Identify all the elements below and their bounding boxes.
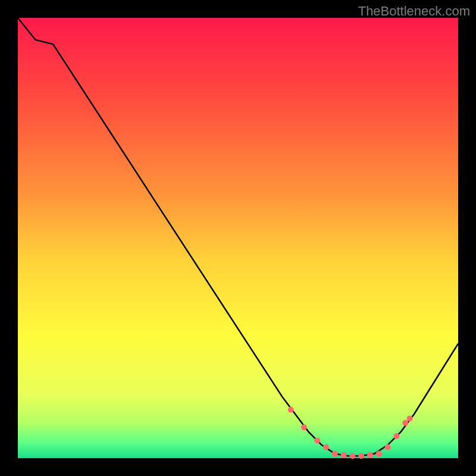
marker-point (301, 424, 307, 430)
marker-point (323, 444, 329, 450)
marker-point (358, 453, 364, 459)
marker-point (402, 420, 408, 426)
bottleneck-chart (0, 0, 476, 476)
marker-point (385, 444, 391, 450)
marker-point (349, 453, 355, 459)
marker-point (288, 407, 294, 413)
watermark-text: TheBottleneck.com (358, 4, 470, 19)
marker-point (341, 452, 347, 458)
marker-point (314, 437, 320, 443)
chart-frame: TheBottleneck.com (0, 0, 476, 476)
marker-point (367, 452, 373, 458)
plot-background (18, 18, 458, 458)
marker-point (407, 415, 413, 421)
marker-point (332, 451, 338, 457)
marker-point (393, 433, 399, 439)
marker-point (376, 451, 382, 457)
